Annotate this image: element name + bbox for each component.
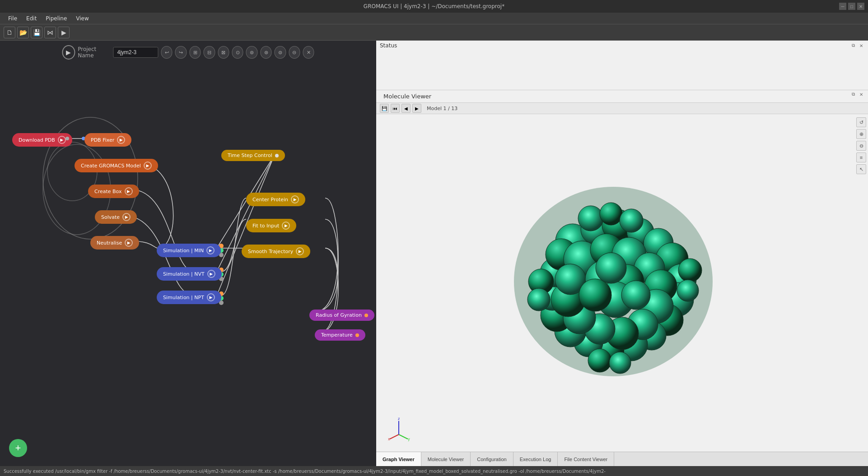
node-sim-npt[interactable]: Simulation | NPT ▶ (157, 291, 221, 304)
tab-file-content[interactable]: File Content Viewer (558, 452, 614, 466)
tool-4[interactable]: ⊙ (232, 46, 243, 59)
status-title: Status (380, 42, 864, 49)
tool-2[interactable]: ⊟ (204, 46, 215, 59)
sim-npt-run[interactable]: ▶ (207, 293, 215, 301)
open-file-button[interactable]: 📂 (17, 27, 29, 38)
svg-text:x: x (388, 437, 390, 441)
node-time-step[interactable]: Time Step Control (221, 150, 285, 161)
temperature-label: Temperature (321, 332, 353, 338)
download-pdb-run[interactable]: ▶ (58, 136, 66, 144)
menu-file[interactable]: File (4, 14, 22, 23)
menu-pipeline[interactable]: Pipeline (41, 14, 71, 23)
status-expand-button[interactable]: ⧉ (850, 42, 856, 49)
undo-button[interactable]: ↩ (161, 46, 172, 59)
pdb-fixer-run[interactable]: ▶ (117, 136, 125, 144)
run-button[interactable]: ▶ (58, 27, 70, 38)
project-name-label: Project Name (78, 46, 110, 59)
bottom-tabs: Graph Viewer Molecule Viewer Configurati… (376, 452, 868, 466)
right-panel: ⧉ ✕ Status Molecule Viewer ⧉ ✕ 💾 ⏮ ◀ ▶ M… (376, 41, 868, 466)
center-protein-run[interactable]: ▶ (291, 195, 299, 203)
mol-save-button[interactable]: 💾 (380, 104, 389, 113)
node-create-gromacs[interactable]: Create GROMACS Model ▶ (75, 159, 158, 172)
tool-3[interactable]: ⊠ (218, 46, 229, 59)
mol-close-button[interactable]: ✕ (858, 91, 864, 97)
svg-line-64 (390, 434, 399, 439)
tool-7[interactable]: ⊜ (275, 46, 286, 59)
tool-8[interactable]: ⊝ (289, 46, 300, 59)
molecule-viewer: Molecule Viewer ⧉ ✕ 💾 ⏮ ◀ ▶ Model 1 / 13… (376, 90, 868, 466)
smooth-trajectory-run[interactable]: ▶ (296, 247, 304, 255)
mol-sliders-button[interactable]: ≡ (856, 153, 866, 162)
svg-text:z: z (398, 417, 400, 421)
add-node-button[interactable]: + (9, 439, 27, 457)
node-radius-gyration[interactable]: Radius of Gyration (309, 310, 374, 321)
redo-button[interactable]: ↪ (175, 46, 187, 59)
create-gromacs-run[interactable]: ▶ (144, 162, 152, 170)
node-download-pdb[interactable]: Download PDB ▶ (12, 133, 72, 147)
node-temperature[interactable]: Temperature (315, 329, 365, 341)
connect-button[interactable]: ⋈ (44, 27, 56, 38)
svg-point-57 (620, 209, 643, 232)
mol-model-label: Model 1 / 13 (423, 106, 461, 111)
svg-point-55 (578, 206, 603, 231)
node-neutralise[interactable]: Neutralise ▶ (90, 236, 139, 250)
svg-point-56 (600, 203, 622, 225)
node-solvate[interactable]: Solvate ▶ (95, 210, 137, 224)
smooth-trajectory-label: Smooth Trajectory (248, 249, 293, 254)
node-sim-min[interactable]: Simulation | MIN ▶ (157, 244, 221, 257)
center-protein-label: Center Protein (252, 197, 288, 203)
new-file-button[interactable]: 🗋 (4, 27, 15, 38)
tool-1[interactable]: ⊞ (189, 46, 201, 59)
create-box-run[interactable]: ▶ (125, 187, 133, 195)
close-button[interactable]: ✕ (857, 3, 864, 10)
fit-to-input-run[interactable]: ▶ (282, 222, 290, 230)
mol-rotate-button[interactable]: ↺ (856, 117, 866, 127)
node-pdb-fixer[interactable]: PDB Fixer ▶ (84, 133, 131, 147)
menu-view[interactable]: View (71, 14, 93, 23)
svg-point-53 (596, 253, 626, 283)
radius-gyration-label: Radius of Gyration (316, 312, 362, 318)
mol-zoom-out-button[interactable]: ⊖ (856, 141, 866, 151)
pipeline-run-button[interactable]: ▶ (62, 45, 75, 60)
mol-cursor-button[interactable]: ↖ (856, 164, 866, 174)
tab-molecule-viewer[interactable]: Molecule Viewer (421, 452, 471, 466)
svg-point-59 (527, 288, 550, 311)
sim-nvt-label: Simulation | NVT (163, 271, 205, 277)
clear-button[interactable]: ✕ (303, 46, 314, 59)
create-gromacs-label: Create GROMACS Model (81, 163, 141, 169)
tab-graph-viewer[interactable]: Graph Viewer (376, 452, 421, 466)
tool-5[interactable]: ⊚ (246, 46, 257, 59)
tab-configuration[interactable]: Configuration (471, 452, 513, 466)
menu-edit[interactable]: Edit (22, 14, 41, 23)
mol-toolbar: 💾 ⏮ ◀ ▶ Model 1 / 13 (376, 102, 868, 114)
mol-first-button[interactable]: ⏮ (391, 104, 400, 113)
project-name-input[interactable] (113, 47, 158, 58)
status-close-button[interactable]: ✕ (858, 42, 864, 49)
node-sim-nvt[interactable]: Simulation | NVT ▶ (157, 267, 222, 281)
mol-zoom-button[interactable]: ⊕ (856, 129, 866, 139)
molecule-svg (482, 160, 744, 399)
sim-min-label: Simulation | MIN (163, 248, 204, 254)
node-fit-to-input[interactable]: Fit to Input ▶ (246, 219, 296, 232)
node-center-protein[interactable]: Center Protein ▶ (246, 193, 305, 206)
sim-npt-label: Simulation | NPT (163, 295, 204, 300)
node-create-box[interactable]: Create Box ▶ (88, 185, 139, 198)
pdb-fixer-label: PDB Fixer (91, 137, 114, 143)
solvate-run[interactable]: ▶ (122, 213, 131, 221)
mol-next-button[interactable]: ▶ (412, 104, 421, 113)
minimize-button[interactable]: ─ (839, 3, 846, 10)
tool-6[interactable]: ⊛ (260, 46, 271, 59)
neutralise-run[interactable]: ▶ (125, 239, 133, 247)
sim-nvt-run[interactable]: ▶ (207, 270, 215, 278)
titlebar: GROMACS UI | 4jym2-3 | ~/Documents/test.… (0, 0, 868, 13)
maximize-button[interactable]: □ (848, 3, 855, 10)
save-file-button[interactable]: 💾 (31, 27, 42, 38)
mol-prev-button[interactable]: ◀ (401, 104, 411, 113)
mol-expand-button[interactable]: ⧉ (850, 91, 856, 97)
sim-min-run[interactable]: ▶ (206, 246, 215, 254)
time-step-label: Time Step Control (228, 153, 272, 158)
tab-execution-log[interactable]: Execution Log (513, 452, 558, 466)
connector-dot-1 (65, 137, 69, 140)
node-smooth-trajectory[interactable]: Smooth Trajectory ▶ (242, 245, 310, 258)
statusbar: Successfully executed /usr/local/bin/gmx… (0, 466, 868, 476)
